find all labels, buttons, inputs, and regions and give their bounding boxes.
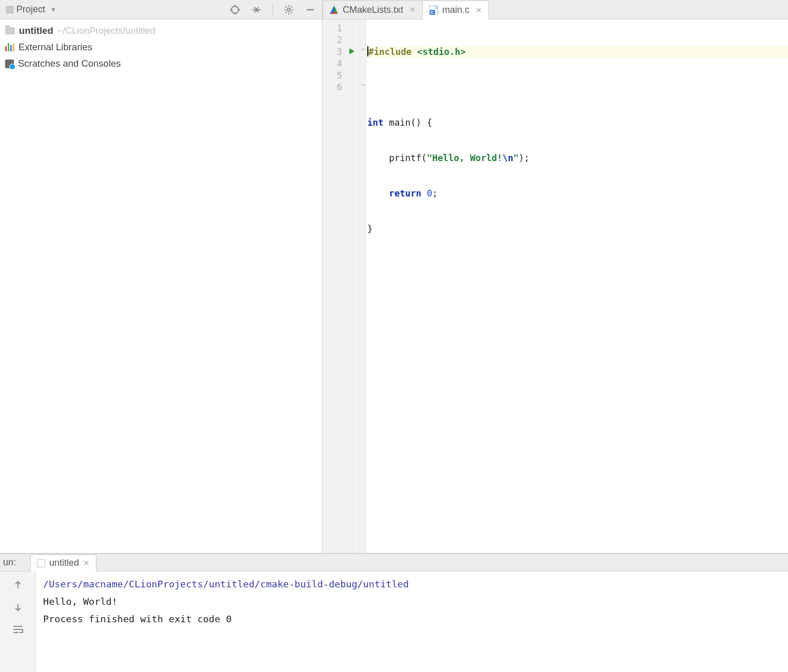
project-name: untitled xyxy=(19,25,53,36)
line-number: 2 xyxy=(323,34,360,46)
close-icon[interactable]: ✕ xyxy=(409,5,416,14)
collapse-all-icon[interactable] xyxy=(251,4,262,15)
code-area: 1 2 3 4 5 6 #include <stdio.h> int main(… xyxy=(323,19,788,553)
tree-item-scratches[interactable]: Scratches and Consoles xyxy=(2,55,320,72)
line-number: 1 xyxy=(323,23,360,34)
code-line: } xyxy=(366,223,788,235)
down-arrow-icon[interactable] xyxy=(13,602,23,612)
svg-point-6 xyxy=(287,8,290,11)
editor-tabs: CMakeLists.txt ✕ main.c ✕ xyxy=(323,0,788,19)
minimize-icon[interactable] xyxy=(305,4,316,15)
scratches-label: Scratches and Consoles xyxy=(18,55,121,72)
run-tab-bar: un: untitled ✕ xyxy=(0,554,788,571)
fold-column[interactable] xyxy=(360,19,366,553)
up-arrow-icon[interactable] xyxy=(13,580,23,590)
code-editor[interactable]: #include <stdio.h> int main() { printf("… xyxy=(366,19,788,553)
tab-cmakelists[interactable]: CMakeLists.txt ✕ xyxy=(323,0,423,19)
cmake-icon xyxy=(329,5,339,14)
separator xyxy=(272,4,273,15)
code-line: printf("Hello, World!\n"); xyxy=(366,152,788,164)
folder-icon xyxy=(5,27,15,34)
code-line xyxy=(366,82,788,93)
run-label: un: xyxy=(0,557,21,571)
project-tree: untitled~/CLionProjects/untitled Externa… xyxy=(0,19,322,75)
project-dropdown[interactable]: Project ▼ xyxy=(3,4,60,15)
svg-point-0 xyxy=(231,6,239,13)
run-body: /Users/macname/CLionProjects/untitled/cm… xyxy=(0,571,788,672)
project-title: Project xyxy=(16,4,45,15)
console-line: Process finished with exit code 0 xyxy=(43,610,781,628)
svg-line-12 xyxy=(291,12,292,13)
fold-end-icon[interactable] xyxy=(361,83,366,88)
library-icon xyxy=(5,43,14,51)
close-icon[interactable]: ✕ xyxy=(83,559,90,568)
project-tool-header: Project ▼ xyxy=(0,0,322,19)
tab-label: main.c xyxy=(442,5,469,15)
line-number: 6 xyxy=(323,82,360,93)
console-line: Hello, World! xyxy=(43,593,781,610)
run-config-tab[interactable]: untitled ✕ xyxy=(30,555,96,571)
code-line: return 0; xyxy=(366,188,788,200)
tab-label: CMakeLists.txt xyxy=(343,5,403,15)
line-number: 5 xyxy=(323,70,360,82)
line-number: 3 xyxy=(323,46,360,58)
ide-window: Project ▼ xyxy=(0,0,788,672)
code-line: int main() { xyxy=(366,117,788,129)
chevron-down-icon: ▼ xyxy=(50,6,56,13)
c-file-icon xyxy=(429,6,438,15)
project-sidebar: Project ▼ xyxy=(0,0,323,553)
svg-line-14 xyxy=(291,6,292,7)
tree-item-external-libraries[interactable]: External Libraries xyxy=(2,39,320,55)
run-config-icon xyxy=(37,559,45,567)
editor-area: CMakeLists.txt ✕ main.c ✕ 1 2 3 4 5 6 xyxy=(323,0,788,553)
run-tool-window: un: untitled ✕ /Users/macname/CLionProje… xyxy=(0,554,788,672)
tree-item-project[interactable]: untitled~/CLionProjects/untitled xyxy=(2,23,320,39)
scratch-icon xyxy=(5,60,14,68)
project-tools xyxy=(229,4,319,15)
line-number-gutter[interactable]: 1 2 3 4 5 6 xyxy=(323,19,360,553)
console-line-path: /Users/macname/CLionProjects/untitled/cm… xyxy=(43,576,781,593)
soft-wrap-icon[interactable] xyxy=(12,625,24,634)
code-line: #include <stdio.h> xyxy=(366,46,788,58)
gear-icon[interactable] xyxy=(283,4,294,15)
line-number: 4 xyxy=(323,58,360,70)
run-toolbar xyxy=(0,571,36,672)
run-config-name: untitled xyxy=(49,558,79,568)
locate-icon[interactable] xyxy=(229,4,241,15)
console-output[interactable]: /Users/macname/CLionProjects/untitled/cm… xyxy=(36,571,788,672)
run-gutter-icon[interactable] xyxy=(349,48,354,54)
fold-start-icon[interactable] xyxy=(361,47,366,52)
project-path: ~/CLionProjects/untitled xyxy=(57,26,155,36)
svg-line-11 xyxy=(286,6,287,7)
external-libraries-label: External Libraries xyxy=(18,39,92,55)
svg-line-13 xyxy=(286,12,287,13)
close-icon[interactable]: ✕ xyxy=(476,6,482,15)
upper-split: Project ▼ xyxy=(0,0,788,554)
project-view-icon xyxy=(6,6,13,13)
tab-main-c[interactable]: main.c ✕ xyxy=(422,1,489,19)
